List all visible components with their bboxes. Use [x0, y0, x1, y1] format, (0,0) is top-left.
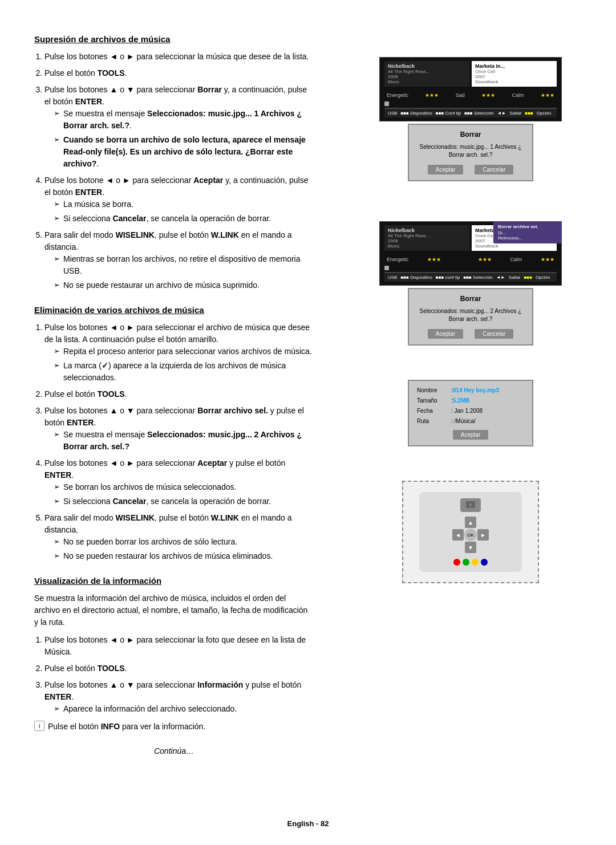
music-item-3: Nickelback All The Right Reas...2008Blue…: [384, 225, 469, 251]
continua-text: Continúa…: [34, 746, 314, 755]
arrow-1-5a: ➢ Mientras se borran los archivos, no re…: [54, 253, 314, 277]
step-2-3: Pulse los botones ▲ o ▼ para seleccionar…: [44, 405, 314, 453]
arrow-2-1a: ➢ Repita el proceso anterior para selecc…: [54, 346, 314, 358]
rating-row-2: Energetic ★★★ ★★★ Calm ★★★: [384, 255, 557, 263]
usb-bar-1: USB ■■■ Dispositivo ■■■ Conf tip ■■■ Sel…: [384, 108, 557, 117]
dialog-buttons-2: Aceptar Cancelar: [417, 329, 524, 339]
accept-button-2[interactable]: Aceptar: [428, 329, 463, 339]
step-3-3: Pulse los botones ▲ o ▼ para seleccionar…: [44, 679, 314, 715]
dialog-message-2: Seleccionados: music.jpg... 2 Archivos ¿…: [417, 307, 524, 323]
info-dialog: Nombre : 014 Hey boy.mp3 Tamaño : 5.2MB …: [408, 380, 533, 446]
arrow-2-5a: ➢ No se pueden borrar los archivos de só…: [54, 536, 314, 548]
dialog-message-1: Seleccionados: music.jpg... 1 Archivos ¿…: [417, 143, 524, 159]
step-1-1: Pulse los botones ◄ o ► para seleccionar…: [44, 51, 314, 63]
info-row-ruta: Ruta : /Música/: [417, 417, 524, 425]
step-2-2: Pulse el botón TOOLS.: [44, 388, 314, 400]
panel-group-1: Nickelback All The Right Reas...2008Blue…: [379, 57, 562, 181]
dialog-title-2: Borrar: [417, 295, 524, 303]
arrow-1-3a: ➢ Se muestra el mensaje Seleccionados: m…: [54, 108, 314, 132]
info-accept-btn-container: Aceptar: [417, 430, 524, 440]
music-list-2: Borrar archivo sel. Di... Retroceso... N…: [379, 221, 562, 286]
step-1-5: Para salir del modo WISELINK, pulse el b…: [44, 229, 314, 291]
arrow-2-1b: ➢ La marca (✓) aparece a la izquierda de…: [54, 360, 314, 384]
info-icon: i: [34, 721, 44, 731]
step-1-3: Pulse los botones ▲ o ▼ para seleccionar…: [44, 84, 314, 170]
arrow-1-3b: ➢ Cuando se borra un archivo de solo lec…: [54, 134, 314, 170]
accept-button-1[interactable]: Aceptar: [428, 165, 463, 174]
step-2-5: Para salir del modo WISELINK, pulse el b…: [44, 512, 314, 562]
footer-text: English - 82: [287, 819, 329, 828]
usb-bar-2: USB ■■■ Dispositivo ■■■ conf tip ■■■ Sel…: [384, 273, 557, 282]
dpad-down[interactable]: ▼: [465, 542, 476, 553]
cancel-button-2[interactable]: Cancelar: [475, 329, 513, 339]
section-title-supresion: Supresión de archivos de música: [34, 34, 314, 44]
btn-green[interactable]: [463, 559, 469, 566]
dpad-up[interactable]: ▲: [465, 517, 476, 528]
btn-red[interactable]: [453, 559, 460, 566]
dpad-center[interactable]: OK: [464, 529, 477, 541]
arrow-2-3a: ➢ Se muestra el mensaje Seleccionados: m…: [54, 429, 314, 453]
arrow-1-5b: ➢ No se puede restaurar un archivo de mú…: [54, 279, 314, 291]
arrow-1-4b: ➢ Si selecciona Cancelar, se cancela la …: [54, 213, 314, 225]
rating-row-1: Energetic ★★★ Sad ★★★ Calm ★★★: [384, 91, 557, 99]
step-3-1: Pulse los botones ◄ o ► para seleccionar…: [44, 634, 314, 658]
section3-intro: Se muestra la información del archivo de…: [34, 592, 314, 628]
btn-yellow[interactable]: [472, 559, 479, 566]
arrow-2-4b: ➢ Si selecciona Cancelar, se cancela la …: [54, 495, 314, 507]
arrow-2-4a: ➢ Se borran los archivos de música selec…: [54, 481, 314, 493]
section-supresion: Supresión de archivos de música Pulse lo…: [34, 34, 314, 291]
cancel-button-1[interactable]: Cancelar: [475, 165, 513, 174]
dpad-left[interactable]: ◄: [452, 529, 464, 541]
dialog-title-1: Borrar: [417, 131, 524, 139]
panel-group-2: Borrar archivo sel. Di... Retroceso... N…: [379, 221, 562, 346]
steps-list-1: Pulse los botones ◄ o ► para seleccionar…: [34, 51, 314, 291]
music-item-2: Marketa In... Once Cell2007Soundtrack: [472, 61, 557, 87]
music-grid-1: Nickelback All The Right Reas...2008Blue…: [384, 61, 557, 87]
arrow-2-5b: ➢ No se pueden restaurar los archivos de…: [54, 550, 314, 562]
dialog-buttons-1: Aceptar Cancelar: [417, 165, 524, 174]
info-row-tamano: Tamaño : 5.2MB: [417, 397, 524, 405]
step-2-4: Pulse los botones ◄ o ► para seleccionar…: [44, 457, 314, 507]
step-3-2: Pulse el botón TOOLS.: [44, 663, 314, 675]
info-accept-button[interactable]: Aceptar: [453, 430, 488, 440]
music-item-1: Nickelback All The Right Reas...2008Blue…: [384, 61, 469, 87]
remote-inner: i ▲ ◄ OK ► ▼: [419, 492, 522, 572]
dialog-delete-1: Borrar Seleccionados: music.jpg... 1 Arc…: [408, 124, 533, 181]
section-eliminacion: Eliminación de varios archivos de música…: [34, 305, 314, 562]
tooltip-overlay: Borrar archivo sel. Di... Retroceso...: [493, 221, 562, 243]
info-row-nombre: Nombre : 014 Hey boy.mp3: [417, 387, 524, 395]
dialog-delete-2: Borrar Seleccionados: music.jpg... 2 Arc…: [408, 288, 533, 346]
step-1-2: Pulse el botón TOOLS.: [44, 67, 314, 79]
panel-group-3: Nombre : 014 Hey boy.mp3 Tamaño : 5.2MB …: [408, 380, 533, 446]
btn-blue[interactable]: [481, 559, 488, 566]
steps-list-2: Pulse los botones ◄ o ► para seleccionar…: [34, 322, 314, 562]
left-content: Supresión de archivos de música Pulse lo…: [0, 34, 331, 822]
dpad-right[interactable]: ►: [477, 529, 489, 541]
info-row-fecha: Fecha : Jan 1.2008: [417, 407, 524, 415]
section-title-visualizacion: Visualización de la información: [34, 576, 314, 586]
note-info: i Pulse el botón INFO para ver la inform…: [34, 721, 314, 733]
section-visualizacion: Visualización de la información Se muest…: [34, 576, 314, 733]
step-2-1: Pulse los botones ◄ o ► para seleccionar…: [44, 322, 314, 384]
step-1-4: Pulse los botone ◄ o ► para seleccionar …: [44, 174, 314, 225]
section-title-eliminacion: Eliminación de varios archivos de música: [34, 305, 314, 315]
steps-list-3: Pulse los botones ◄ o ► para seleccionar…: [34, 634, 314, 715]
right-content: Nickelback All The Right Reas...2008Blue…: [331, 34, 616, 822]
arrow-3-3a: ➢ Aparece la información del archivo sel…: [54, 703, 314, 715]
remote-control-image: i ▲ ◄ OK ► ▼: [402, 481, 539, 583]
music-list-1: Nickelback All The Right Reas...2008Blue…: [379, 57, 562, 121]
svg-text:i: i: [470, 502, 471, 507]
page-footer: English - 82: [0, 819, 616, 828]
arrow-1-4a: ➢ La música se borra.: [54, 198, 314, 210]
